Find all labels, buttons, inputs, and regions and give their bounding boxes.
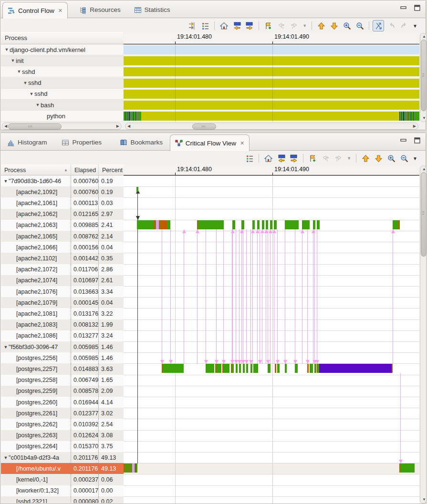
maximize-icon[interactable]	[414, 137, 421, 143]
tree-item-bash[interactable]: ▼bash	[1, 100, 123, 111]
table-row[interactable]: [postgres,2257]0.0148833.63	[1, 363, 124, 374]
expanded-triangle-icon[interactable]: ▼	[16, 69, 22, 74]
table-row[interactable]: [apache2,1092]0.0007600.19	[1, 186, 124, 197]
view-menu-icon[interactable]: ▼	[411, 23, 419, 29]
move-down-icon[interactable]	[373, 153, 384, 164]
table-row[interactable]: [kernel/0,-1]0.0002370.06	[1, 474, 124, 485]
marker-menu-icon[interactable]: ▼	[345, 156, 353, 161]
redo-icon[interactable]	[398, 20, 410, 31]
next-event-icon[interactable]	[244, 20, 255, 31]
expanded-triangle-icon[interactable]: ▼	[29, 92, 34, 96]
previous-marker-icon[interactable]	[275, 20, 287, 31]
marker-menu-icon[interactable]: ▼	[301, 23, 308, 28]
tab-resources[interactable]: Resources	[74, 2, 125, 18]
zoom-out-icon[interactable]	[354, 20, 365, 31]
close-tab-icon[interactable]: ✕	[240, 140, 244, 146]
table-row[interactable]: [postgres,2264]0.0153703.75	[1, 441, 124, 452]
tab-control-flow[interactable]: Control Flow✕	[2, 2, 68, 19]
column-elapsed[interactable]: Elapsed	[71, 165, 99, 175]
table-row[interactable]: [apache2,1072]0.0117062.86	[1, 264, 124, 275]
tab-properties[interactable]: Properties	[57, 134, 106, 150]
table-row[interactable]: [sshd,2321]0.0000800.02	[1, 496, 124, 503]
tab-bookmarks[interactable]: Bookmarks	[115, 134, 167, 150]
table-row[interactable]: [apache2,1083]0.0081321.99	[1, 319, 124, 330]
table-row[interactable]: [kworker/0:1,32]0.0000170.00	[1, 485, 124, 496]
add-bookmark-icon[interactable]	[262, 20, 274, 31]
align-views-icon[interactable]	[187, 20, 198, 31]
column-percent[interactable]: Percent	[99, 165, 124, 175]
top-chart-horizontal-scrollbar[interactable]: ◀▶	[125, 123, 418, 130]
table-row[interactable]: [apache2,1076]0.0136633.34	[1, 286, 124, 297]
minimize-icon[interactable]	[400, 137, 407, 143]
tree-item-sshd[interactable]: ▼sshd	[1, 66, 123, 77]
show-legend-icon[interactable]	[199, 20, 211, 31]
wakeup-arrow	[285, 229, 285, 364]
expanded-triangle-icon[interactable]: ▼	[3, 345, 9, 350]
table-row[interactable]: [apache2,1066]0.0001560.04	[1, 242, 124, 253]
table-row[interactable]: [postgres,2262]0.0103922.54	[1, 419, 124, 430]
tab-statistics[interactable]: Statistics	[129, 2, 175, 18]
bottom-chart-vertical-scrollbar[interactable]: ▲▼	[420, 165, 427, 504]
tree-item-python[interactable]: python	[1, 111, 123, 122]
table-row[interactable]: ▼"f56bf3d0-3096-470.0059851.46	[1, 341, 124, 352]
table-row[interactable]: ▼"7d90d83b-1d60-460.0007600.19	[1, 175, 124, 186]
zoom-out-icon[interactable]	[398, 153, 410, 164]
add-bookmark-icon[interactable]	[307, 153, 318, 164]
home-icon[interactable]	[218, 20, 229, 31]
move-up-icon[interactable]	[315, 20, 327, 31]
expanded-triangle-icon[interactable]: ▼	[10, 58, 16, 63]
tab-histogram[interactable]: Histogram	[2, 134, 52, 150]
table-row[interactable]: [postgres,2261]0.0123773.02	[1, 408, 124, 419]
table-row[interactable]: [postgres,2258]0.0067491.65	[1, 375, 124, 386]
expanded-triangle-icon[interactable]: ▼	[3, 455, 9, 460]
expanded-triangle-icon[interactable]: ▼	[22, 81, 28, 85]
minimize-icon[interactable]	[400, 4, 407, 10]
table-row[interactable]: [apache2,1102]0.0014420.35	[1, 253, 124, 264]
table-row[interactable]: [postgres,2263]0.0126243.08	[1, 430, 124, 441]
table-row[interactable]: [apache2,1062]0.0121652.97	[1, 209, 124, 220]
zoom-in-icon[interactable]	[341, 20, 353, 31]
tab-critical-flow-view[interactable]: Critical Flow View✕	[170, 134, 250, 151]
view-menu-icon[interactable]: ▼	[411, 156, 419, 161]
table-row[interactable]: [apache2,1063]0.0098852.41	[1, 220, 124, 231]
close-tab-icon[interactable]: ✕	[58, 8, 62, 14]
tree-horizontal-scrollbar[interactable]: ◀▶	[2, 123, 122, 130]
top-chart-vertical-scrollbar[interactable]: ▲▼	[420, 33, 427, 122]
expanded-triangle-icon[interactable]: ▼	[4, 47, 10, 52]
hide-arrows-icon[interactable]	[373, 20, 384, 31]
table-row[interactable]: [apache2,1065]0.0087622.14	[1, 231, 124, 242]
previous-event-icon[interactable]	[231, 20, 242, 31]
critical-flow-chart[interactable]	[124, 175, 419, 504]
tree-item-init[interactable]: ▼init	[1, 55, 123, 66]
table-row[interactable]: [postgres,2259]0.0085782.09	[1, 386, 124, 397]
maximize-icon[interactable]	[414, 4, 421, 10]
tree-item-sshd[interactable]: ▼sshd	[1, 78, 123, 89]
home-icon[interactable]	[262, 153, 274, 164]
table-row[interactable]: ▼"c001b4a9-d2f3-4a0.20117649.13	[1, 452, 124, 463]
process-tree-header[interactable]: Process	[1, 32, 123, 44]
previous-marker-icon[interactable]	[320, 153, 331, 164]
show-legend-icon[interactable]	[244, 153, 255, 164]
expanded-triangle-icon[interactable]: ▼	[35, 103, 41, 107]
tree-item-sshd[interactable]: ▼sshd	[1, 89, 123, 100]
table-row[interactable]: [apache2,1074]0.0106972.61	[1, 275, 124, 286]
table-row[interactable]: [apache2,1086]0.0132773.24	[1, 330, 124, 341]
control-flow-chart[interactable]	[124, 44, 419, 122]
move-down-icon[interactable]	[328, 20, 340, 31]
next-marker-icon[interactable]	[288, 20, 300, 31]
tree-item-django-client.phd.vm/kernel[interactable]: ▼django-client.phd.vm/kernel	[1, 44, 123, 55]
table-row[interactable]: [postgres,2260]0.0169444.14	[1, 397, 124, 408]
move-up-icon[interactable]	[360, 153, 371, 164]
table-row[interactable]: [apache2,1081]0.0131763.22	[1, 308, 124, 319]
next-event-icon[interactable]	[288, 153, 300, 164]
table-row[interactable]: [/home/ubuntu/.v0.20117649.13	[1, 463, 124, 474]
previous-event-icon[interactable]	[275, 153, 287, 164]
table-row[interactable]: [apache2,1079]0.0001450.04	[1, 297, 124, 308]
next-marker-icon[interactable]	[333, 153, 344, 164]
column-process[interactable]: Process ▲	[1, 165, 71, 175]
zoom-in-icon[interactable]	[385, 153, 397, 164]
table-row[interactable]: [postgres,2256]0.0059851.46	[1, 352, 124, 363]
undo-icon[interactable]	[385, 20, 397, 31]
table-row[interactable]: [apache2,1061]0.0001130.03	[1, 197, 124, 208]
expanded-triangle-icon[interactable]: ▼	[3, 179, 9, 184]
